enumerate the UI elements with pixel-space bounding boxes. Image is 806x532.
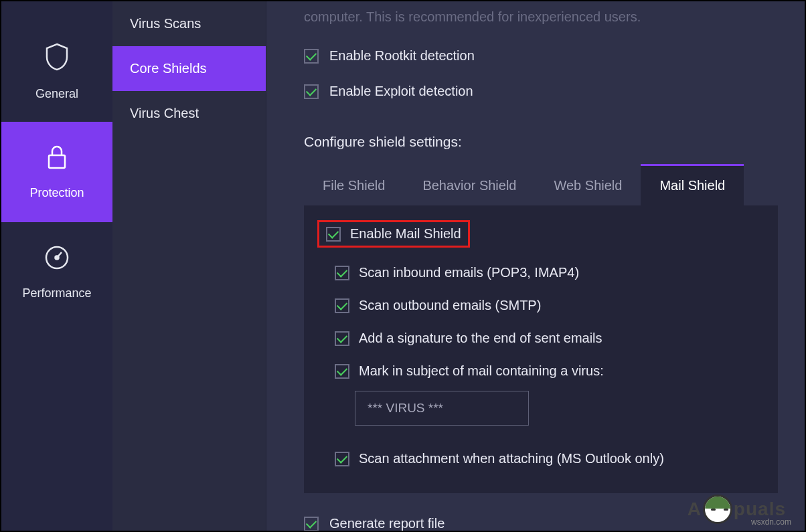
checkbox-add-signature[interactable] bbox=[335, 331, 349, 346]
nav-performance-label: Performance bbox=[22, 286, 91, 300]
nav-protection[interactable]: Protection bbox=[1, 122, 112, 222]
checkbox-generate-report[interactable] bbox=[304, 517, 319, 531]
checkbox-mark-subject[interactable] bbox=[335, 364, 349, 379]
nav-performance[interactable]: Performance bbox=[1, 222, 112, 323]
svg-rect-0 bbox=[49, 155, 65, 168]
subnav-virus-scans[interactable]: Virus Scans bbox=[112, 1, 266, 46]
nav-protection-label: Protection bbox=[29, 186, 84, 200]
tab-web-shield[interactable]: Web Shield bbox=[535, 166, 641, 205]
nav-general-label: General bbox=[35, 87, 78, 101]
label-scan-outbound: Scan outbound emails (SMTP) bbox=[359, 298, 541, 313]
option-mark-subject[interactable]: Mark in subject of mail containing a vir… bbox=[335, 363, 764, 379]
main-panel: computer. This is recommended for inexpe… bbox=[266, 1, 805, 531]
label-enable-mail-shield: Enable Mail Shield bbox=[350, 226, 461, 242]
watermark-source: wsxdn.com bbox=[751, 517, 791, 527]
virus-subject-input[interactable]: *** VIRUS *** bbox=[355, 391, 529, 426]
app-window: General Protection Performance Virus Sca… bbox=[0, 0, 806, 532]
truncated-info-text: computer. This is recommended for inexpe… bbox=[304, 9, 778, 25]
tab-file-shield[interactable]: File Shield bbox=[304, 166, 404, 205]
primary-sidebar: General Protection Performance bbox=[1, 1, 112, 531]
checkbox-scan-inbound[interactable] bbox=[335, 266, 349, 280]
nav-general[interactable]: General bbox=[1, 21, 112, 122]
option-scan-outbound[interactable]: Scan outbound emails (SMTP) bbox=[335, 298, 764, 313]
subnav-core-shields[interactable]: Core Shields bbox=[112, 46, 266, 91]
tab-mail-shield[interactable]: Mail Shield bbox=[641, 166, 744, 205]
configure-shield-heading: Configure shield settings: bbox=[304, 134, 778, 150]
label-generate-report: Generate report file bbox=[329, 516, 445, 531]
option-scan-attachment[interactable]: Scan attachment when attaching (MS Outlo… bbox=[335, 451, 764, 466]
option-enable-mail-shield[interactable]: Enable Mail Shield bbox=[317, 220, 470, 248]
svg-point-2 bbox=[56, 256, 59, 260]
label-add-signature: Add a signature to the end of sent email… bbox=[359, 331, 602, 346]
option-scan-inbound[interactable]: Scan inbound emails (POP3, IMAP4) bbox=[335, 265, 764, 280]
subnav-virus-chest[interactable]: Virus Chest bbox=[112, 91, 266, 136]
label-exploit: Enable Exploit detection bbox=[329, 84, 473, 99]
option-exploit[interactable]: Enable Exploit detection bbox=[304, 84, 778, 99]
checkbox-exploit[interactable] bbox=[304, 84, 319, 99]
mail-shield-panel: Enable Mail Shield Scan inbound emails (… bbox=[304, 205, 778, 493]
label-mark-subject: Mark in subject of mail containing a vir… bbox=[359, 363, 604, 379]
option-add-signature[interactable]: Add a signature to the end of sent email… bbox=[335, 331, 764, 346]
checkbox-scan-outbound[interactable] bbox=[335, 298, 349, 313]
gauge-icon bbox=[44, 244, 70, 274]
watermark-face-icon bbox=[703, 495, 732, 524]
watermark-text-left: A bbox=[688, 499, 702, 520]
shield-tabs: File Shield Behavior Shield Web Shield M… bbox=[304, 166, 778, 205]
checkbox-scan-attachment[interactable] bbox=[335, 452, 349, 466]
label-rootkit: Enable Rootkit detection bbox=[329, 48, 475, 64]
checkbox-rootkit[interactable] bbox=[304, 49, 319, 64]
label-scan-attachment: Scan attachment when attaching (MS Outlo… bbox=[359, 451, 664, 466]
option-rootkit[interactable]: Enable Rootkit detection bbox=[304, 48, 778, 64]
checkbox-enable-mail-shield[interactable] bbox=[326, 227, 341, 242]
shield-icon bbox=[44, 42, 70, 75]
label-scan-inbound: Scan inbound emails (POP3, IMAP4) bbox=[359, 265, 579, 280]
tab-behavior-shield[interactable]: Behavior Shield bbox=[404, 166, 535, 205]
secondary-sidebar: Virus Scans Core Shields Virus Chest bbox=[112, 1, 266, 531]
lock-icon bbox=[45, 144, 69, 174]
